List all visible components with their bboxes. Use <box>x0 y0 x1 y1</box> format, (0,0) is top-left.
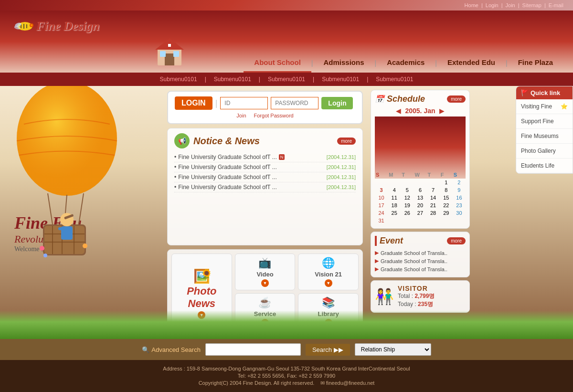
logo[interactable]: Fine Design <box>14 19 99 33</box>
event-more-btn[interactable]: more <box>447 237 466 244</box>
visitor-today-label: Today <box>398 301 413 307</box>
notice-item-text[interactable]: Fine University Graduate School ofT ... <box>178 174 277 180</box>
notice-item-date: [2004.12.31] <box>327 164 356 170</box>
event-item-text: Graduate School of Transla.. <box>381 250 447 256</box>
quick-link-fine-museums[interactable]: Fine Museums <box>516 129 573 144</box>
cal-month: 2005. Jan <box>405 107 435 115</box>
relation-select[interactable]: Relation Ship About School Admissions <box>355 343 431 356</box>
footer-copyright: Copyright(C) 2004 Fine Design. All right… <box>199 380 315 386</box>
visitor-total-label: Total <box>398 293 410 299</box>
event-item[interactable]: ▶ Graduate School of Transla.. <box>375 265 466 273</box>
submenu-item-1[interactable]: Submenu0101 <box>160 76 197 83</box>
media-service[interactable]: ☕ Service ▼ <box>235 293 296 330</box>
svg-rect-12 <box>160 51 166 57</box>
notice-item-text[interactable]: Fine University Graduate School ofT ... <box>178 164 277 170</box>
cal-row: 17 18 19 20 21 22 23 <box>375 201 466 209</box>
media-service-label: Service <box>254 310 276 318</box>
notice-list: • Fine University Graduate School ofT ..… <box>174 152 356 192</box>
quick-link-photo-gallery[interactable]: Photo Gallery <box>516 144 573 159</box>
quick-link-sidebar: 🚩 Quick link Visiting Fine ⭐ Support Fin… <box>516 86 573 174</box>
bottom-area: 🔍 Advanced Search Search ▶▶ Relation Shi… <box>0 339 573 392</box>
bee-icon <box>14 21 33 32</box>
quick-link-support-fine[interactable]: Support Fine <box>516 114 573 129</box>
main-content: Fine Edu Revolution Welcome to FineSchoo… <box>0 86 573 339</box>
footer-address: Address : 159-8 Samseong-Dong Gangnam-Gu… <box>163 366 410 371</box>
submenu-item-4[interactable]: Submenu0101 <box>322 76 359 83</box>
cal-row: 1 2 <box>375 179 466 186</box>
star-icon: ⭐ <box>561 103 568 110</box>
submenu-item-2[interactable]: Submenu0101 <box>214 76 251 83</box>
cal-next-btn[interactable]: ▶ <box>439 107 445 115</box>
cal-header-row: S M T W T F S <box>375 117 466 179</box>
svg-rect-13 <box>173 51 179 57</box>
media-library[interactable]: 📚 Library ▼ <box>298 293 359 330</box>
forgot-link[interactable]: Forgot Password <box>254 113 294 118</box>
topbar-email[interactable]: E-mail <box>549 2 563 8</box>
svg-point-8 <box>31 24 32 26</box>
nav-fine-plaza[interactable]: Fine Plaza <box>508 53 563 73</box>
top-bar: Home | Login | Join | Sitemap | E-mail <box>0 0 573 11</box>
header: Fine Design About School | Admissions | … <box>0 11 573 73</box>
notice-item: • Fine University Graduate School ofT ..… <box>174 172 356 182</box>
join-link[interactable]: Join <box>236 113 246 118</box>
notice-item: • Fine University Graduate School ofT ..… <box>174 182 356 192</box>
media-video[interactable]: 📺 Video ▼ <box>235 254 296 290</box>
right-panel: 📅 Schedule more ◀ 2005. Jan ▶ S M T W T … <box>368 86 473 339</box>
topbar-home[interactable]: Home <box>465 2 478 8</box>
logo-text: Fine Design <box>36 19 99 33</box>
topbar-join[interactable]: Join <box>506 2 515 8</box>
notice-item-text[interactable]: Fine University Graduate School ofT ... <box>178 184 277 191</box>
nav-admissions[interactable]: Admissions <box>313 53 374 73</box>
cal-row: 10 11 12 13 14 15 16 <box>375 194 466 201</box>
photo-news-arrow: ▼ <box>198 311 205 319</box>
event-item[interactable]: ▶ Graduate School of Transla.. <box>375 249 466 257</box>
media-grid: 🖼️ 🌻 PhotoNews ▼ 📺 Video ▼ 🌐 Vision 21 ▼… <box>167 249 363 334</box>
hero-line3: Welcome to FineSchool <box>14 245 82 253</box>
nav-about-school[interactable]: About School <box>244 53 311 73</box>
svg-rect-14 <box>168 44 171 47</box>
nav-academics[interactable]: Academics <box>376 53 435 73</box>
quick-link-title: Quick link <box>531 89 560 96</box>
hero-line1: Fine Edu <box>14 213 82 233</box>
quick-link-header: 🚩 Quick link <box>516 86 573 99</box>
topbar-login[interactable]: Login <box>486 2 499 8</box>
footer-email[interactable]: ✉ fineedu@fineedu.net <box>320 380 375 386</box>
search-button[interactable]: Search ▶▶ <box>306 344 350 356</box>
calendar-grid: S M T W T F S 1 2 3 <box>375 117 466 224</box>
quick-link-etudents-life[interactable]: Etudents Life <box>516 159 573 173</box>
media-vision-label: Vision 21 <box>315 271 342 278</box>
notice-item-text[interactable]: Fine University Graduate School ofT ... <box>178 154 277 160</box>
notice-item: • Fine University Graduate School ofT ..… <box>174 152 356 162</box>
submenu-item-3[interactable]: Submenu0101 <box>268 76 305 83</box>
event-item-text: Graduate School of Transla.. <box>381 266 447 272</box>
quick-link-flag-icon: 🚩 <box>521 89 529 96</box>
hero-text: Fine Edu Revolution Welcome to FineSchoo… <box>14 213 82 253</box>
search-input[interactable] <box>205 343 301 356</box>
login-label: LOGIN <box>175 96 212 110</box>
nav-extended-edu[interactable]: Extended Edu <box>437 53 506 73</box>
event-box: Event more ▶ Graduate School of Transla.… <box>371 232 470 277</box>
search-bar: 🔍 Advanced Search Search ▶▶ Relation Shi… <box>0 339 573 360</box>
megaphone-icon: 📢 <box>174 133 190 148</box>
footer: Address : 159-8 Samseong-Dong Gangnam-Gu… <box>0 360 573 392</box>
event-item-text: Graduate School of Transla.. <box>381 258 447 264</box>
visitor-title: VISITOR <box>398 285 435 292</box>
event-item[interactable]: ▶ Graduate School of Transla.. <box>375 257 466 265</box>
notice-more-btn[interactable]: more <box>337 138 356 145</box>
left-deco: Fine Edu Revolution Welcome to FineSchoo… <box>0 86 162 339</box>
login-id-input[interactable] <box>220 97 268 109</box>
notice-title: Notice & News <box>193 136 260 147</box>
schedule-more-btn[interactable]: more <box>447 95 466 103</box>
topbar-sitemap[interactable]: Sitemap <box>522 2 541 8</box>
login-button[interactable]: Login <box>321 97 353 109</box>
cal-row: 3 4 5 6 7 8 9 <box>375 186 466 194</box>
notice-item-date: [2004.12.31] <box>327 174 356 180</box>
media-vision21[interactable]: 🌐 Vision 21 ▼ <box>298 254 359 290</box>
cal-prev-btn[interactable]: ◀ <box>396 107 401 115</box>
media-photo-news[interactable]: 🖼️ 🌻 PhotoNews ▼ <box>171 254 232 330</box>
login-password-input[interactable] <box>271 97 318 109</box>
media-video-label: Video <box>256 271 273 278</box>
quick-link-visiting-fine[interactable]: Visiting Fine ⭐ <box>516 99 573 114</box>
submenu-item-5[interactable]: Submenu0101 <box>376 76 413 83</box>
login-links: Join Forgot Password <box>175 113 355 118</box>
